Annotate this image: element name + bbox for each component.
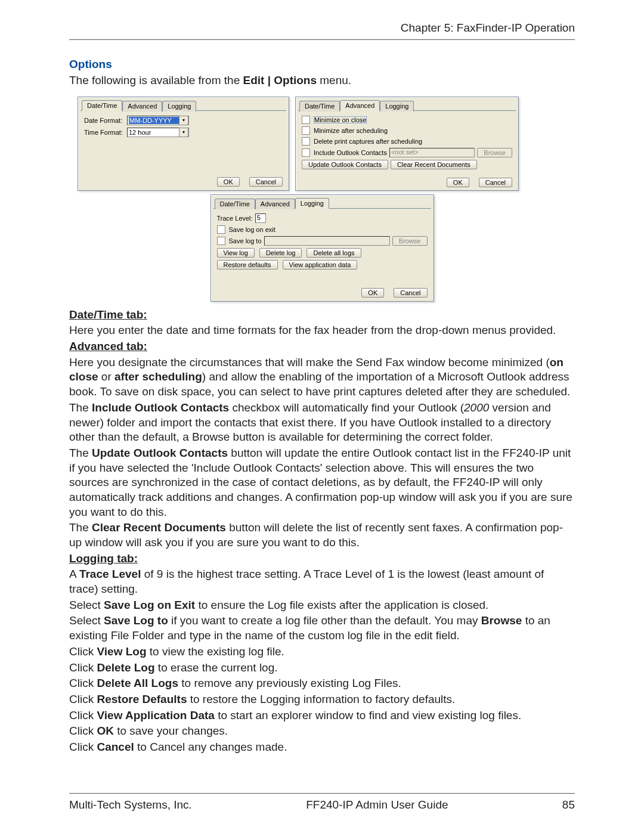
footer-center: FF240-IP Admin User Guide: [306, 798, 448, 812]
tab-datetime[interactable]: Date/Time: [82, 100, 122, 111]
options-dialog-advanced: Date/Time Advanced Logging Minimize on c…: [295, 97, 519, 191]
tab-advanced[interactable]: Advanced: [122, 101, 162, 112]
options-dialog-logging: Date/Time Advanced Logging Trace Level: …: [210, 194, 434, 302]
section-title: Options: [69, 58, 575, 71]
view-log-button[interactable]: View log: [217, 248, 255, 258]
chevron-down-icon[interactable]: ▾: [179, 116, 188, 125]
save-log-to-checkbox[interactable]: [217, 237, 225, 245]
page-header: Chapter 5: FaxFinder-IP Operation: [69, 21, 575, 40]
logging-paragraph-8: Click View Application Data to start an …: [69, 708, 575, 723]
advanced-paragraph-2: The Include Outlook Contacts checkbox wi…: [69, 401, 575, 445]
delete-all-logs-button[interactable]: Delete all logs: [306, 248, 361, 258]
ok-button[interactable]: OK: [447, 178, 469, 187]
clear-recent-documents-button[interactable]: Clear Recent Documents: [391, 160, 477, 169]
datetime-tab-heading: Date/Time tab:: [69, 308, 575, 323]
footer-page-number: 85: [562, 798, 575, 812]
save-log-to-label: Save log to: [229, 237, 262, 244]
tab-logging[interactable]: Logging: [380, 101, 414, 112]
minimize-after-scheduling-label: Minimize after scheduling: [314, 127, 388, 134]
logging-paragraph-5: Click Delete Log to erase the current lo…: [69, 661, 575, 676]
logging-paragraph-3: Select Save Log to if you want to create…: [69, 614, 575, 643]
logging-paragraph-2: Select Save Log on Exit to ensure the Lo…: [69, 598, 575, 613]
delete-print-captures-checkbox[interactable]: [302, 137, 310, 145]
minimize-on-close-checkbox[interactable]: [302, 116, 310, 124]
tab-datetime[interactable]: Date/Time: [215, 199, 255, 209]
footer-left: Multi-Tech Systems, Inc.: [69, 798, 192, 812]
minimize-on-close-label: Minimize on close: [314, 116, 367, 123]
save-log-on-exit-label: Save log on exit: [229, 226, 275, 233]
view-application-data-button[interactable]: View application data: [283, 260, 358, 270]
logging-paragraph-10: Click Cancel to Cancel any changes made.: [69, 740, 575, 755]
tabstrip: Date/Time Advanced Logging: [80, 100, 286, 111]
time-format-label: Time Format:: [84, 129, 125, 136]
date-format-combo[interactable]: MM-DD-YYYY ▾: [127, 116, 189, 125]
advanced-tab-heading: Advanced tab:: [69, 339, 575, 354]
tabstrip: Date/Time Advanced Logging: [213, 197, 431, 209]
page-footer: Multi-Tech Systems, Inc. FF240-IP Admin …: [69, 793, 575, 812]
intro-text: The following is available from the Edit…: [69, 73, 575, 88]
cancel-button[interactable]: Cancel: [394, 288, 427, 298]
datetime-paragraph: Here you enter the date and time formats…: [69, 323, 575, 338]
outlook-path-field: <not set>: [389, 148, 475, 157]
time-format-combo[interactable]: 12 hour ▾: [127, 128, 189, 137]
browse-button[interactable]: Browse: [477, 148, 512, 157]
advanced-paragraph-3: The Update Outlook Contacts button will …: [69, 446, 575, 519]
tabstrip: Date/Time Advanced Logging: [298, 100, 516, 111]
logging-tab-heading: Logging tab:: [69, 552, 575, 566]
tab-logging[interactable]: Logging: [162, 101, 196, 112]
include-outlook-contacts-checkbox[interactable]: [302, 148, 310, 157]
logging-paragraph-7: Click Restore Defaults to restore the Lo…: [69, 692, 575, 707]
tab-logging[interactable]: Logging: [295, 198, 329, 209]
trace-level-label: Trace Level:: [217, 215, 253, 222]
browse-button[interactable]: Browse: [392, 236, 428, 246]
advanced-paragraph-4: The Clear Recent Documents button will d…: [69, 521, 575, 550]
minimize-after-scheduling-checkbox[interactable]: [302, 126, 310, 135]
delete-log-button[interactable]: Delete log: [259, 248, 302, 258]
tab-advanced[interactable]: Advanced: [340, 100, 380, 111]
save-log-to-field: [264, 236, 390, 246]
cancel-button[interactable]: Cancel: [479, 178, 512, 187]
delete-print-captures-label: Delete print captures after scheduling: [314, 138, 422, 145]
restore-defaults-button[interactable]: Restore defaults: [217, 260, 278, 270]
cancel-button[interactable]: Cancel: [249, 177, 283, 187]
update-outlook-contacts-button[interactable]: Update Outlook Contacts: [302, 160, 388, 169]
tab-datetime[interactable]: Date/Time: [299, 101, 340, 112]
advanced-paragraph-1: Here you designate the circumstances tha…: [69, 355, 575, 400]
chevron-down-icon[interactable]: ▾: [179, 128, 188, 137]
logging-paragraph-4: Click View Log to view the existing log …: [69, 645, 575, 659]
logging-paragraph-1: A Trace Level of 9 is the highest trace …: [69, 567, 575, 596]
date-format-label: Date Format:: [84, 117, 125, 124]
ok-button[interactable]: OK: [361, 288, 384, 298]
include-outlook-contacts-label: Include Outlook Contacts: [314, 149, 387, 156]
options-dialog-datetime: Date/Time Advanced Logging Date Format: …: [78, 97, 289, 191]
ok-button[interactable]: OK: [217, 177, 240, 187]
logging-paragraph-9: Click OK to save your changes.: [69, 724, 575, 739]
tab-advanced[interactable]: Advanced: [255, 199, 295, 209]
logging-paragraph-6: Click Delete All Logs to remove any prev…: [69, 676, 575, 691]
save-log-on-exit-checkbox[interactable]: [217, 225, 225, 234]
trace-level-field[interactable]: 5: [255, 213, 266, 223]
